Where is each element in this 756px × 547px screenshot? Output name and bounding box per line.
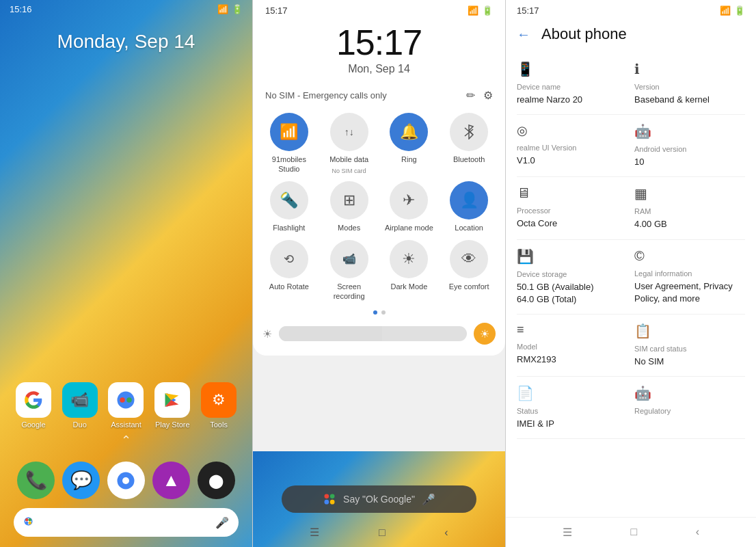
nav-back-icon3[interactable]: ‹ (696, 526, 699, 539)
qs-tile-screenrecord[interactable]: 📹 Screen recording (323, 240, 376, 302)
nav-back-icon[interactable]: ‹ (444, 526, 448, 539)
bluetooth-tile-label: Bluetooth (453, 155, 485, 164)
legal-label: Legal information (634, 269, 745, 278)
location-tile-label: Location (455, 223, 483, 232)
dock-camera[interactable]: ⬤ (198, 462, 235, 499)
settings-version[interactable]: ℹ Version Baseband & kernel (634, 61, 745, 106)
version-icon: ℹ (634, 61, 745, 77)
nav-menu-icon3[interactable]: ☰ (563, 526, 572, 539)
settings-row-1: 📱 Device name realme Narzo 20 ℹ Version … (517, 53, 745, 115)
status-icon: 📄 (517, 385, 627, 401)
qs-tile-airplane[interactable]: ✈ Airplane mode (383, 181, 436, 232)
ring-tile-btn[interactable]: 🔔 (390, 113, 428, 151)
microphone-icon2[interactable]: 🎤 (422, 493, 435, 506)
settings-regulatory[interactable]: 🤖 Regulatory (634, 385, 745, 430)
phone2-page-dots (253, 310, 505, 315)
settings-model[interactable]: ≡ Model RMX2193 (517, 323, 627, 368)
wifi-icon2: 📶 (468, 5, 478, 16)
dock-phone[interactable]: 📞 (17, 462, 55, 499)
svg-point-2 (127, 397, 133, 403)
bluetooth-tile-btn[interactable] (450, 113, 488, 151)
nav-home-icon3[interactable]: □ (630, 526, 637, 539)
settings-icon2[interactable]: ⚙ (483, 89, 493, 102)
qs-tile-autorotate[interactable]: ⟲ Auto Rotate (262, 240, 316, 302)
duo-icon: 📹 (62, 382, 98, 418)
app-google[interactable]: Google (13, 382, 54, 429)
brightness-high-icon[interactable]: ☀ (474, 323, 496, 345)
brightness-track[interactable] (279, 326, 467, 341)
back-button[interactable]: ← (517, 27, 530, 42)
settings-processor[interactable]: 🖥 Processor Octa Core (517, 185, 627, 230)
phone1-search-bar[interactable]: 🎤 (14, 508, 239, 537)
qs-tile-eyecomfort[interactable]: 👁 Eye comfort (442, 240, 496, 302)
google-search-prompt[interactable]: Say "Ok Google" (343, 494, 415, 505)
playstore-label: Play Store (155, 421, 190, 429)
assistant-label: Assistant (111, 421, 141, 429)
settings-realme-ui[interactable]: ◎ realme UI Version V1.0 (517, 123, 627, 168)
settings-storage[interactable]: 💾 Device storage 50.1 GB (Available)64.0… (517, 248, 627, 306)
phone2-status-icons: 📶 🔋 (468, 5, 493, 16)
qs-tile-darkmode[interactable]: ☀ Dark Mode (383, 240, 436, 302)
app-assistant[interactable]: Assistant (105, 382, 146, 429)
sim-label: SIM card status (634, 345, 745, 353)
qs-tile-flashlight[interactable]: 🔦 Flashlight (262, 181, 316, 232)
device-name-label: Device name (517, 83, 627, 91)
phone2-google-bar[interactable]: Say "Ok Google" 🎤 (282, 485, 476, 513)
qs-tile-location[interactable]: 👤 Location (442, 181, 496, 232)
eyecomfort-tile-btn[interactable]: 👁 (450, 240, 488, 278)
wifi-tile-btn[interactable]: 📶 (270, 113, 308, 151)
battery-icon: 🔋 (232, 4, 243, 14)
app-playstore[interactable]: Play Store (152, 382, 193, 429)
settings-status[interactable]: 📄 Status IMEI & IP (517, 385, 627, 430)
modes-tile-btn[interactable]: ⊞ (330, 181, 368, 219)
svg-point-13 (325, 500, 329, 505)
settings-android[interactable]: 🤖 Android version 10 (634, 123, 745, 168)
darkmode-tile-label: Dark Mode (390, 282, 427, 291)
app-tools[interactable]: ⚙ Tools (198, 382, 239, 429)
model-icon: ≡ (517, 323, 627, 337)
dock-chrome[interactable] (107, 462, 145, 499)
settings-device-name[interactable]: 📱 Device name realme Narzo 20 (517, 61, 627, 106)
nav-menu-icon[interactable]: ☰ (310, 526, 319, 539)
device-name-value: realme Narzo 20 (517, 94, 627, 106)
qs-tile-mobiledata[interactable]: ↑↓ Mobile data No SIM card (323, 113, 376, 174)
qs-tile-modes[interactable]: ⊞ Modes (323, 181, 376, 232)
model-value: RMX2193 (517, 353, 627, 366)
flashlight-tile-btn[interactable]: 🔦 (270, 181, 308, 219)
edit-icon[interactable]: ✏ (466, 89, 475, 102)
svg-point-7 (29, 518, 32, 522)
ram-value: 4.00 GB (634, 218, 745, 230)
phone1-dock: 📞 💬 ▲ ⬤ (0, 462, 252, 499)
google-icon (16, 382, 51, 418)
settings-ram[interactable]: ▦ RAM 4.00 GB (634, 185, 745, 230)
qs-grid: 📶 91mobilesStudio ↑↓ Mobile data No SIM … (253, 107, 505, 306)
settings-legal[interactable]: © Legal information User Agreement, Priv… (634, 248, 745, 306)
app-duo[interactable]: 📹 Duo (59, 382, 100, 429)
phone2-quicksettings: 15:17 📶 🔋 15:17 Mon, Sep 14 No SIM - Eme… (253, 0, 506, 547)
microphone-icon[interactable]: 🎤 (215, 516, 229, 529)
flashlight-tile-label: Flashlight (273, 223, 305, 232)
phone3-status-bar: 15:17 📶 🔋 (506, 0, 756, 18)
dock-messages[interactable]: 💬 (62, 462, 100, 499)
screenrecord-tile-btn[interactable]: 📹 (330, 240, 368, 278)
location-tile-btn[interactable]: 👤 (450, 181, 488, 219)
qs-tile-bluetooth[interactable]: Bluetooth (442, 113, 496, 174)
qs-tile-ring[interactable]: 🔔 Ring (383, 113, 436, 174)
ram-label: RAM (634, 207, 745, 215)
svg-point-8 (29, 522, 32, 525)
phone2-time: 15:17 (265, 5, 288, 16)
autorotate-tile-btn[interactable]: ⟲ (270, 240, 308, 278)
qs-tile-wifi[interactable]: 📶 91mobilesStudio (262, 113, 316, 174)
settings-row-4: 💾 Device storage 50.1 GB (Available)64.0… (517, 240, 745, 315)
phone2-brightness[interactable]: ☀ ☀ (253, 319, 505, 349)
settings-row-2: ◎ realme UI Version V1.0 🤖 Android versi… (517, 115, 745, 177)
darkmode-tile-btn[interactable]: ☀ (390, 240, 428, 278)
mobiledata-tile-btn[interactable]: ↑↓ (330, 113, 368, 151)
wifi-icon: 📶 (217, 4, 228, 14)
dock-music[interactable]: ▲ (152, 462, 190, 499)
settings-sim-status[interactable]: 📋 SIM card status No SIM (634, 323, 745, 368)
nav-home-icon[interactable]: □ (379, 526, 386, 539)
regulatory-label: Regulatory (634, 407, 745, 415)
airplane-tile-btn[interactable]: ✈ (390, 181, 428, 219)
settings-row-3: 🖥 Processor Octa Core ▦ RAM 4.00 GB (517, 177, 745, 239)
